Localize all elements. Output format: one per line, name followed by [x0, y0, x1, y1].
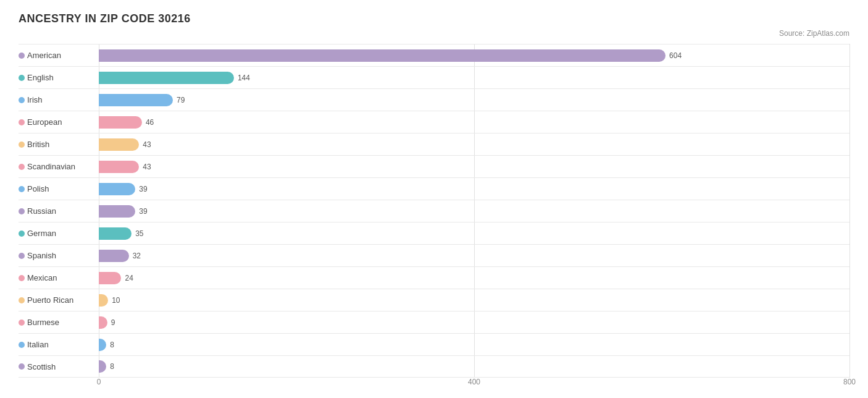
- bar-cell: 8: [99, 339, 849, 351]
- bar-label: Mexican: [27, 273, 57, 282]
- bar-label: Polish: [27, 184, 49, 193]
- bar-fill: [99, 205, 135, 218]
- bar-row: Mexican24: [19, 266, 849, 289]
- color-dot: [19, 142, 25, 148]
- bar-row: Burmese9: [19, 311, 849, 333]
- bar-cell: 9: [99, 316, 849, 329]
- color-dot: [19, 75, 25, 81]
- bar-value-label: 79: [177, 96, 185, 104]
- bar-cell: 35: [99, 227, 849, 240]
- bar-cell: 39: [99, 183, 849, 195]
- color-dot: [19, 320, 25, 326]
- bar-row: American604: [19, 44, 849, 66]
- x-axis: 0400800: [99, 378, 849, 392]
- bar-label: Scandinavian: [27, 162, 75, 171]
- bar-row: Scandinavian43: [19, 155, 849, 177]
- bar-value-label: 39: [139, 207, 147, 216]
- page-title: ANCESTRY IN ZIP CODE 30216: [19, 12, 849, 25]
- bar-fill: [99, 227, 131, 240]
- bar-fill: [99, 272, 121, 284]
- x-axis-tick: 0: [97, 378, 101, 386]
- label-cell: Scottish: [19, 362, 99, 371]
- label-cell: Italian: [19, 340, 99, 349]
- bar-fill: [99, 339, 106, 351]
- bar-label: British: [27, 140, 49, 149]
- source-label: Source: ZipAtlas.com: [19, 29, 849, 38]
- bar-cell: 46: [99, 116, 849, 129]
- bar-value-label: 9: [111, 318, 115, 327]
- color-dot: [19, 297, 25, 303]
- bar-label: Scottish: [27, 362, 56, 371]
- label-cell: Polish: [19, 184, 99, 193]
- color-dot: [19, 119, 25, 125]
- color-dot: [19, 186, 25, 192]
- color-dot: [19, 208, 25, 214]
- bar-value-label: 8: [110, 341, 114, 349]
- bar-row: English144: [19, 66, 849, 88]
- bar-value-label: 43: [143, 140, 151, 149]
- bar-fill: [99, 138, 139, 151]
- bar-row: Polish39: [19, 177, 849, 200]
- bar-label: American: [27, 51, 61, 60]
- label-cell: British: [19, 140, 99, 149]
- bar-cell: 10: [99, 294, 849, 307]
- color-dot: [19, 253, 25, 259]
- bar-cell: 32: [99, 250, 849, 262]
- color-dot: [19, 231, 25, 237]
- x-axis-tick: 800: [843, 378, 856, 386]
- bar-cell: 79: [99, 94, 849, 106]
- label-cell: Spanish: [19, 251, 99, 260]
- label-cell: Russian: [19, 206, 99, 216]
- bar-row: German35: [19, 222, 849, 244]
- bar-value-label: 39: [139, 185, 147, 193]
- label-cell: Scandinavian: [19, 162, 99, 171]
- bar-label: Spanish: [27, 251, 56, 260]
- bar-cell: 144: [99, 72, 849, 84]
- bar-cell: 43: [99, 161, 849, 173]
- label-cell: Puerto Rican: [19, 295, 99, 305]
- color-dot: [19, 97, 25, 103]
- bar-label: Italian: [27, 340, 49, 349]
- bar-value-label: 32: [133, 252, 141, 260]
- bar-row: Scottish8: [19, 355, 849, 378]
- bar-value-label: 24: [125, 274, 133, 282]
- bar-label: English: [27, 73, 54, 82]
- bar-fill: [99, 94, 173, 106]
- bar-cell: 24: [99, 272, 849, 284]
- bar-label: German: [27, 229, 56, 238]
- label-cell: Mexican: [19, 273, 99, 282]
- bar-row: European46: [19, 111, 849, 133]
- bar-label: Burmese: [27, 318, 59, 327]
- bar-fill: [99, 316, 107, 329]
- bar-row: Irish79: [19, 88, 849, 111]
- color-dot: [19, 275, 25, 281]
- bar-row: Puerto Rican10: [19, 289, 849, 311]
- color-dot: [19, 53, 25, 59]
- grid-line: [849, 44, 850, 378]
- bar-row: Spanish32: [19, 244, 849, 266]
- color-dot: [19, 342, 25, 348]
- bar-label: Russian: [27, 206, 56, 216]
- bar-value-label: 43: [143, 163, 151, 171]
- bar-value-label: 8: [110, 362, 114, 371]
- bar-fill: [99, 360, 106, 373]
- bar-fill: [99, 49, 666, 62]
- bar-fill: [99, 116, 142, 129]
- color-dot: [19, 164, 25, 170]
- bar-cell: 43: [99, 138, 849, 151]
- bar-value-label: 46: [146, 118, 154, 127]
- label-cell: Irish: [19, 95, 99, 104]
- chart-area: American604English144Irish79European46Br…: [19, 44, 849, 378]
- color-dot: [19, 363, 25, 370]
- bar-row: Italian8: [19, 333, 849, 355]
- bar-value-label: 10: [112, 296, 120, 305]
- bar-row: British43: [19, 133, 849, 155]
- bar-label: Puerto Rican: [27, 295, 73, 305]
- bar-label: Irish: [27, 95, 43, 104]
- bar-value-label: 35: [135, 229, 143, 238]
- x-axis-tick: 400: [468, 378, 480, 386]
- bar-fill: [99, 72, 234, 84]
- label-cell: American: [19, 51, 99, 60]
- label-cell: German: [19, 229, 99, 238]
- label-cell: European: [19, 117, 99, 127]
